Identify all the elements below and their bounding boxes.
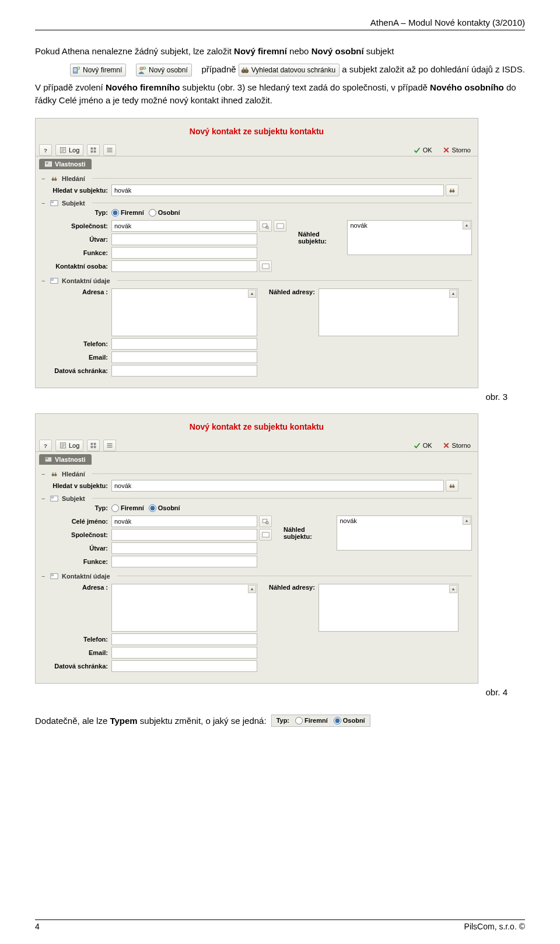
address-input[interactable]: ▴	[111, 288, 257, 336]
collapse-toggle[interactable]: −	[41, 495, 47, 502]
form-title: Nový kontakt ze subjektu kontaktu	[36, 414, 478, 438]
page-header: AthenA – Modul Nové kontakty (3/2010)	[35, 18, 525, 27]
fullname-input[interactable]	[111, 515, 257, 527]
scroll-up-icon[interactable]: ▴	[449, 290, 457, 298]
tab-label: Vlastnosti	[55, 161, 86, 168]
card-button[interactable]	[259, 260, 272, 272]
svg-rect-19	[107, 149, 113, 151]
radio-firemni[interactable]: Firemní	[111, 209, 144, 217]
cancel-button[interactable]: Storno	[439, 144, 474, 156]
card-icon	[262, 263, 270, 270]
lookup-button[interactable]	[259, 515, 272, 527]
log-button[interactable]: Log	[55, 440, 83, 451]
card-icon	[50, 573, 58, 580]
email-input[interactable]	[111, 647, 257, 659]
ok-button[interactable]: OK	[410, 440, 436, 451]
card-icon	[45, 457, 52, 462]
department-input[interactable]	[111, 234, 257, 245]
company-input[interactable]	[111, 529, 257, 541]
cancel-button[interactable]: Storno	[439, 440, 474, 451]
databox-input[interactable]	[111, 660, 257, 672]
help-button[interactable]: ?	[39, 440, 52, 451]
find-databox-button[interactable]: Vyhledat datovou schránku	[239, 64, 340, 76]
subject-preview: novák ▴	[337, 515, 472, 551]
card-button[interactable]	[259, 529, 272, 541]
scroll-up-icon[interactable]: ▴	[463, 517, 471, 525]
text-bold: Nového osobního	[430, 82, 504, 92]
scroll-up-icon[interactable]: ▴	[463, 221, 471, 229]
collapse-toggle[interactable]: −	[41, 573, 47, 580]
label-fullname: Celé jméno:	[41, 518, 111, 525]
help-button[interactable]: ?	[39, 144, 52, 156]
svg-rect-27	[55, 177, 57, 179]
text: subjektu změnit, o jaký se jedná:	[140, 716, 267, 726]
card-button[interactable]	[274, 220, 286, 232]
tab-properties[interactable]: Vlastnosti	[39, 159, 92, 169]
card-icon	[50, 277, 58, 284]
toolbar-button[interactable]	[87, 144, 100, 156]
group-title: Subjekt	[62, 495, 85, 502]
toolbar-button[interactable]	[87, 440, 100, 451]
scroll-up-icon[interactable]: ▴	[248, 290, 256, 298]
email-input[interactable]	[111, 351, 257, 363]
radio-label: Osobní	[343, 717, 365, 724]
card-icon	[262, 531, 270, 538]
label-search: Hledat v subjektu:	[41, 482, 111, 489]
log-button[interactable]: Log	[55, 144, 83, 156]
svg-rect-36	[276, 223, 283, 228]
group-contact: − Kontaktní údaje Adresa : ▴ Telefon: Em…	[41, 573, 472, 674]
collapse-toggle[interactable]: −	[41, 175, 47, 182]
label-subject-preview: Náhled subjektu:	[298, 231, 347, 245]
scroll-up-icon[interactable]: ▴	[248, 585, 256, 593]
radio-osobni[interactable]: Osobní	[149, 504, 180, 512]
form-toolbar: ? Log OK Storno	[36, 438, 478, 452]
collapse-toggle[interactable]: −	[41, 277, 47, 284]
ok-button[interactable]: OK	[410, 144, 436, 156]
svg-text:?: ?	[44, 147, 47, 153]
lookup-button[interactable]	[259, 220, 272, 232]
toolbar-button[interactable]	[103, 144, 116, 156]
radio-label: Firemní	[121, 504, 144, 511]
contact-person-input[interactable]	[111, 260, 257, 272]
radio-osobni[interactable]: Osobní	[149, 209, 180, 217]
log-icon	[60, 442, 66, 449]
collapse-toggle[interactable]: −	[41, 471, 47, 478]
grid-icon	[90, 147, 97, 154]
label-subject-preview: Náhled subjektu:	[284, 526, 337, 540]
new-company-button[interactable]: Nový firemní	[70, 64, 126, 76]
radio-firemni[interactable]: Firemní	[295, 717, 328, 724]
ok-label: OK	[423, 442, 432, 449]
figure-caption-4: obr. 4	[35, 687, 525, 697]
company-input[interactable]	[111, 220, 257, 232]
search-input[interactable]	[111, 480, 444, 492]
phone-input[interactable]	[111, 338, 257, 350]
binoculars-icon	[448, 482, 456, 489]
svg-rect-54	[55, 472, 57, 474]
databox-input[interactable]	[111, 365, 257, 377]
form-title: Nový kontakt ze subjektu kontaktu	[36, 119, 478, 143]
svg-rect-17	[94, 150, 96, 152]
tab-properties[interactable]: Vlastnosti	[39, 454, 92, 465]
label-email: Email:	[41, 354, 111, 361]
search-action-button[interactable]	[446, 184, 459, 196]
department-input[interactable]	[111, 542, 257, 554]
toolbar-button[interactable]	[103, 440, 116, 451]
address-input[interactable]: ▴	[111, 584, 257, 632]
label-email: Email:	[41, 649, 111, 656]
radio-firemni[interactable]: Firemní	[111, 504, 144, 512]
phone-input[interactable]	[111, 633, 257, 645]
collapse-toggle[interactable]: −	[41, 200, 47, 207]
new-person-button[interactable]: Nový osobní	[136, 64, 192, 76]
svg-rect-37	[262, 263, 268, 268]
svg-rect-34	[262, 224, 267, 227]
scroll-up-icon[interactable]: ▴	[449, 585, 457, 593]
text: Pokud Athena nenalezne žádný subjekt, lz…	[35, 46, 234, 56]
search-input[interactable]	[111, 184, 444, 196]
preview-text: novák	[350, 222, 367, 229]
label-databox: Datová schránka:	[41, 663, 111, 670]
function-input[interactable]	[111, 247, 257, 259]
radio-osobni[interactable]: Osobní	[334, 717, 365, 724]
function-input[interactable]	[111, 556, 257, 567]
svg-rect-33	[51, 201, 54, 203]
search-action-button[interactable]	[446, 480, 459, 492]
